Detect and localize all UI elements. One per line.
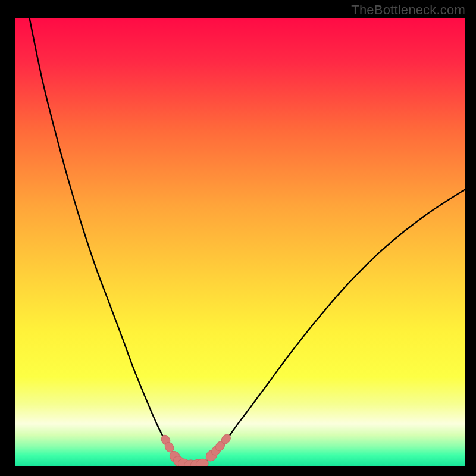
plot-area [15, 18, 465, 466]
watermark-text: TheBottleneck.com [351, 2, 465, 18]
bottleneck-curve [15, 18, 465, 466]
chart-frame: TheBottleneck.com [0, 0, 476, 476]
curve-path [29, 18, 465, 465]
